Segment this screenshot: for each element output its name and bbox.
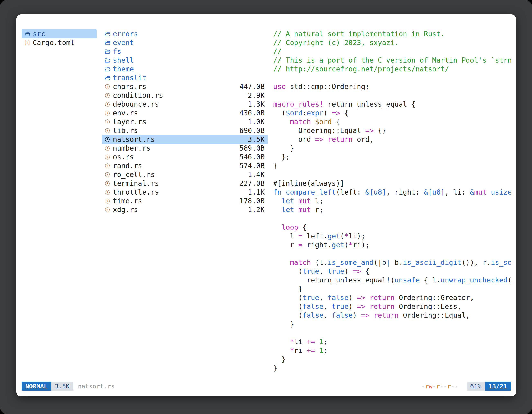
entry-name: translit: [113, 73, 146, 82]
dir-entry-shell[interactable]: shell: [102, 56, 268, 65]
entry-name: theme: [113, 65, 134, 73]
dir-entry-fs[interactable]: fs: [102, 47, 268, 56]
rust-file-icon: R: [104, 180, 111, 187]
entry-name: rand.rs: [113, 161, 142, 170]
folder-open-icon: [24, 31, 31, 37]
code-line: };: [273, 153, 511, 161]
svg-text:R: R: [106, 111, 108, 115]
folder-open-icon: [104, 66, 111, 72]
code-line: }: [273, 355, 511, 364]
code-line: macro_rules! return_unless_equal {: [273, 100, 511, 109]
svg-text:R: R: [106, 191, 108, 194]
rust-file-icon: R: [104, 101, 111, 107]
svg-text:R: R: [106, 94, 108, 97]
entry-name: fs: [113, 47, 121, 56]
code-line: match (l.is_some_and(|b| b.is_ascii_digi…: [273, 258, 511, 267]
entry-name: number.rs: [113, 144, 151, 153]
file-entry-xdg.rs[interactable]: Rxdg.rs1.2K: [102, 205, 268, 214]
entry-name: errors: [113, 29, 138, 38]
file-entry-lib.rs[interactable]: Rlib.rs690.0B: [102, 126, 268, 135]
entry-size: 2.9K: [248, 91, 265, 100]
parent-directory-pane: srcCargo.toml: [22, 29, 96, 381]
file-entry-chars.rs[interactable]: Rchars.rs447.0B: [102, 82, 268, 91]
code-line: }: [273, 364, 511, 373]
scroll-percent-indicator: 61%: [466, 382, 485, 391]
code-line: return_unless_equal!(unsafe { l.unwrap_u…: [273, 276, 511, 285]
code-line: l = left.get(*li);: [273, 232, 511, 241]
folder-open-icon: [104, 57, 111, 63]
dir-entry-src[interactable]: src: [22, 29, 96, 38]
code-line: (false, true) => return Ordering::Less,: [273, 302, 511, 311]
file-entry-terminal.rs[interactable]: Rterminal.rs227.0B: [102, 179, 268, 188]
code-line: loop {: [273, 223, 511, 232]
status-bar: NORMAL 3.5K natsort.rs -rw-r--r-- 61% 13…: [22, 381, 511, 391]
code-line: use std::cmp::Ordering;: [273, 82, 511, 91]
code-line: // This is a port of the C version of Ma…: [273, 56, 511, 65]
entry-size: 1.3K: [248, 100, 265, 109]
entry-size: 178.0B: [239, 197, 265, 205]
entry-name: condition.rs: [113, 91, 163, 100]
svg-text:R: R: [106, 155, 108, 159]
mode-indicator: NORMAL: [22, 382, 51, 391]
code-line: match $ord {: [273, 117, 511, 126]
entry-name: ro_cell.rs: [113, 170, 155, 179]
file-entry-debounce.rs[interactable]: Rdebounce.rs1.3K: [102, 100, 268, 109]
dir-entry-translit[interactable]: translit: [102, 73, 268, 82]
code-line: [273, 73, 511, 82]
panes-container: srcCargo.toml errorseventfsshellthemetra…: [22, 29, 511, 381]
code-line: // http://sourcefrog.net/projects/natsor…: [273, 65, 511, 73]
entry-size: 589.0B: [239, 144, 265, 153]
current-directory-pane: errorseventfsshellthemetranslitRchars.rs…: [102, 29, 268, 381]
file-entry-env.rs[interactable]: Renv.rs436.0B: [102, 109, 268, 117]
file-entry-ro_cell.rs[interactable]: Rro_cell.rs1.4K: [102, 170, 268, 179]
code-line: fn compare_left(left: &[u8], right: &[u8…: [273, 188, 511, 197]
file-entry-condition.rs[interactable]: Rcondition.rs2.9K: [102, 91, 268, 100]
entry-name: terminal.rs: [113, 179, 159, 188]
entry-size: 1.0K: [248, 117, 265, 126]
code-line: }: [273, 144, 511, 153]
entry-size: 436.0B: [239, 109, 265, 117]
rust-file-icon: R: [104, 92, 111, 99]
entry-size: 1.1K: [248, 188, 265, 197]
entry-size: 574.0B: [239, 161, 265, 170]
entry-name: event: [113, 38, 134, 47]
rust-file-icon: R: [104, 84, 111, 90]
rust-file-icon: R: [104, 145, 111, 151]
folder-open-icon: [104, 48, 111, 55]
dir-entry-event[interactable]: event: [102, 38, 268, 47]
file-entry-rand.rs[interactable]: Rrand.rs574.0B: [102, 161, 268, 170]
file-entry-os.rs[interactable]: Ros.rs546.0B: [102, 153, 268, 161]
code-line: [273, 170, 511, 179]
file-entry-number.rs[interactable]: Rnumber.rs589.0B: [102, 144, 268, 153]
dir-entry-errors[interactable]: errors: [102, 29, 268, 38]
rust-file-icon: R: [104, 136, 111, 143]
entry-size: 1.4K: [248, 170, 265, 179]
entry-name: layer.rs: [113, 117, 146, 126]
code-line: [273, 91, 511, 100]
svg-text:R: R: [106, 129, 108, 132]
code-line: // Copyright (c) 2023, sxyazi.: [273, 38, 511, 47]
code-line: Ordering::Equal => {}: [273, 126, 511, 135]
desktop-background: srcCargo.toml errorseventfsshellthemetra…: [0, 0, 532, 414]
svg-text:R: R: [106, 208, 108, 212]
file-entry-time.rs[interactable]: Rtime.rs178.0B: [102, 197, 268, 205]
file-size-indicator: 3.5K: [51, 382, 73, 391]
code-line: r = right.get(*ri);: [273, 241, 511, 249]
rust-file-icon: R: [104, 110, 111, 116]
file-entry-layer.rs[interactable]: Rlayer.rs1.0K: [102, 117, 268, 126]
entry-name: chars.rs: [113, 82, 146, 91]
entry-name: shell: [113, 56, 134, 65]
file-entry-Cargo.toml[interactable]: Cargo.toml: [22, 38, 96, 47]
file-preview-pane: // A natural sort implementation in Rust…: [273, 29, 511, 381]
entry-size: 690.0B: [239, 126, 265, 135]
file-entry-throttle.rs[interactable]: Rthrottle.rs1.1K: [102, 188, 268, 197]
rust-file-icon: R: [104, 119, 111, 125]
status-filename: natsort.rs: [78, 383, 115, 390]
code-line: let mut l;: [273, 197, 511, 205]
code-line: (false, false) => return Ordering::Equal…: [273, 311, 511, 320]
svg-text:R: R: [106, 173, 108, 176]
entry-name: time.rs: [113, 197, 142, 205]
file-entry-natsort.rs[interactable]: Rnatsort.rs3.5K: [102, 135, 268, 144]
dir-entry-theme[interactable]: theme: [102, 65, 268, 73]
rust-file-icon: R: [104, 172, 111, 178]
